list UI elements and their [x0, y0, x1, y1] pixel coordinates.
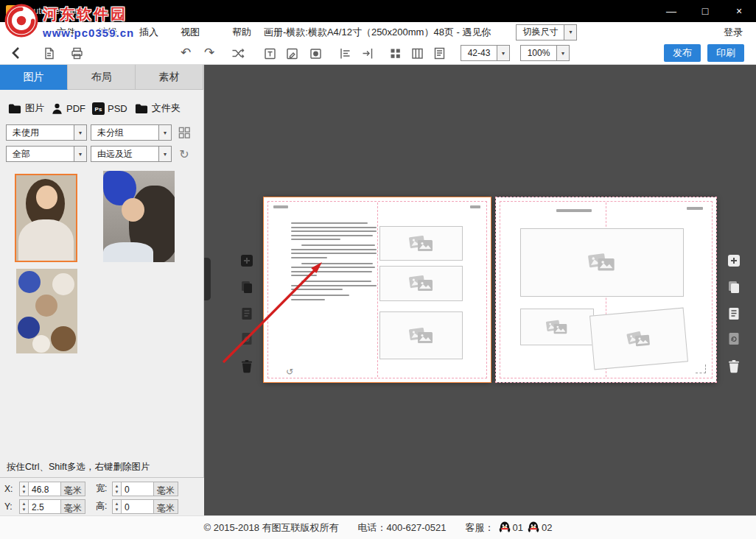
page-range-dropdown[interactable]: 42-43 ▾	[461, 45, 510, 61]
y-label: Y:	[4, 501, 19, 512]
source-folder[interactable]: 文件夹	[134, 102, 181, 116]
align-left-icon[interactable]	[337, 45, 353, 61]
photo-placeholder[interactable]	[520, 228, 684, 297]
chevron-down-icon: ▾	[158, 125, 171, 140]
columns-layout-icon[interactable]	[409, 45, 425, 61]
import-sources: 图片 PDF Ps PSD 文件夹	[0, 97, 203, 119]
tab-pictures[interactable]: 图片	[0, 65, 68, 90]
thumbnail-art	[18, 271, 41, 293]
menu-help[interactable]: 帮助	[221, 26, 262, 39]
multi-select-hint: 按住Ctrl、Shift多选，右键删除图片	[7, 461, 150, 473]
tab-materials[interactable]: 素材	[136, 65, 203, 90]
zoom-dropdown[interactable]: 100% ▾	[520, 45, 570, 61]
photo-thumbnail[interactable]	[103, 171, 175, 262]
photo-placeholder[interactable]	[379, 226, 463, 261]
refresh-icon[interactable]: ↻	[175, 147, 193, 161]
width-label: 宽:	[96, 482, 112, 495]
grid-view-icon[interactable]	[175, 126, 193, 140]
back-button[interactable]	[8, 45, 24, 61]
delete-page-button[interactable]	[726, 359, 742, 375]
menu-insert[interactable]: 插入	[128, 26, 169, 39]
sort-filter-dropdown[interactable]: 由远及近 ▾	[91, 146, 172, 162]
width-spinner[interactable]: ▲▼	[112, 482, 122, 496]
group-filter-dropdown[interactable]: 未分组 ▾	[91, 124, 172, 141]
page-spread-left[interactable]: ↺	[264, 197, 491, 382]
qq-number: 02	[542, 522, 552, 533]
delete-page-button[interactable]	[239, 359, 255, 375]
grid-layout-icon[interactable]	[387, 45, 403, 61]
design-canvas[interactable]: ↺	[204, 65, 756, 515]
height-label: 高:	[96, 500, 112, 512]
scope-filter-dropdown[interactable]: 全部 ▾	[6, 146, 87, 162]
chevron-down-icon: ▾	[74, 125, 86, 140]
y-value-field[interactable]: 2.5	[29, 499, 61, 514]
undo-button[interactable]: ↶	[178, 45, 194, 61]
rotate-handle-icon[interactable]: ↺	[286, 367, 293, 376]
align-right-icon[interactable]	[359, 45, 375, 61]
close-button[interactable]: ×	[722, 0, 756, 22]
paste-page-button[interactable]	[726, 306, 742, 322]
add-page-button[interactable]	[239, 253, 255, 269]
photo-placeholder[interactable]	[379, 311, 463, 359]
copy-page-button[interactable]	[239, 279, 255, 295]
sidebar-collapse-handle[interactable]	[204, 258, 211, 300]
svg-text:Ps: Ps	[95, 105, 102, 112]
copyright-text: © 2015-2018 有图互联版权所有	[204, 521, 339, 535]
mask-frame-icon[interactable]	[307, 45, 323, 61]
source-psd[interactable]: Ps PSD	[92, 102, 127, 115]
x-label: X:	[4, 484, 19, 494]
menu-file[interactable]: 文件	[46, 26, 87, 39]
x-spinner[interactable]: ▲▼	[19, 482, 29, 496]
photoshop-icon: Ps	[92, 102, 105, 115]
reset-page-button[interactable]	[726, 331, 742, 347]
redo-button[interactable]: ↷	[201, 45, 217, 61]
usage-filter-value: 未使用	[7, 127, 74, 139]
width-value-field[interactable]: 0	[122, 482, 154, 496]
fold-guide	[377, 202, 378, 377]
height-value-field[interactable]: 0	[122, 499, 154, 514]
photo-placeholder[interactable]	[589, 308, 688, 370]
usage-filter-dropdown[interactable]: 未使用 ▾	[6, 124, 87, 141]
spinner-down-icon: ▼	[115, 507, 119, 512]
page-text-layout-icon[interactable]	[431, 45, 447, 61]
print-preview-icon[interactable]	[69, 45, 85, 61]
print-button[interactable]: 印刷	[707, 44, 744, 62]
thumbnail-art	[32, 335, 50, 353]
x-unit: 毫米	[61, 482, 85, 496]
qq-icon	[499, 521, 511, 535]
page-spread-right[interactable]	[496, 197, 716, 382]
swap-pages-icon[interactable]	[229, 45, 245, 61]
qq-number: 01	[513, 522, 523, 533]
photo-placeholder[interactable]	[520, 309, 594, 345]
source-pdf[interactable]: PDF	[51, 102, 85, 115]
menubar: 文件 编辑 插入 视图 帮助 画册-横款:横款A4/12寸（250x200mm）…	[0, 22, 756, 42]
login-link[interactable]: 登录	[724, 26, 743, 39]
image-placeholder-icon	[408, 274, 435, 293]
source-pictures[interactable]: 图片	[7, 102, 44, 116]
qq-contact-2[interactable]: 02	[528, 521, 552, 535]
copy-page-button[interactable]	[726, 279, 742, 295]
x-value-field[interactable]: 46.8	[29, 482, 61, 496]
text-frame-icon[interactable]	[262, 45, 278, 61]
menu-view[interactable]: 视图	[169, 26, 211, 39]
reset-page-button[interactable]	[239, 331, 255, 347]
add-page-button[interactable]	[726, 253, 742, 269]
photo-placeholder[interactable]	[379, 266, 463, 301]
source-label: PSD	[108, 103, 127, 114]
group-filter-value: 未分组	[91, 127, 158, 139]
publish-button[interactable]: 发布	[664, 44, 701, 62]
photo-thumbnail-collage[interactable]	[16, 269, 77, 353]
edit-frame-icon[interactable]	[284, 45, 300, 61]
y-spinner[interactable]: ▲▼	[19, 499, 29, 514]
paste-page-button[interactable]	[239, 306, 255, 322]
switch-size-dropdown[interactable]: 切换尺寸 ▾	[516, 24, 577, 40]
tab-layout[interactable]: 布局	[68, 65, 136, 90]
minimize-button[interactable]: —	[654, 0, 688, 22]
height-spinner[interactable]: ▲▼	[112, 499, 122, 514]
new-page-icon[interactable]	[41, 45, 57, 61]
maximize-button[interactable]: □	[688, 0, 722, 22]
menu-edit[interactable]: 编辑	[87, 26, 128, 39]
spinner-down-icon: ▼	[22, 507, 27, 512]
qq-contact-1[interactable]: 01	[499, 521, 523, 535]
photo-thumbnail-selected[interactable]	[15, 174, 77, 262]
